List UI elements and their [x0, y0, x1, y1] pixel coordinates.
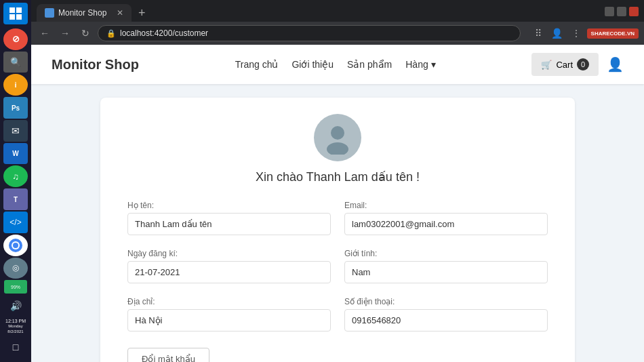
form-row-2: Ngày đăng kí: Giới tính: [127, 249, 548, 283]
so-dien-thoai-label: Số điện thoại: [344, 297, 548, 306]
battery-display: 99% [4, 280, 27, 294]
ho-ten-group: Họ tên: [127, 201, 331, 235]
taskbar-icon-3[interactable]: i [3, 74, 28, 96]
svg-point-7 [331, 126, 344, 140]
extensions-button[interactable]: ⠿ [530, 25, 546, 41]
taskbar-icon-extra[interactable]: ◎ [3, 258, 28, 279]
browser-actions: ⠿ 👤 ⋮ SHARECODE.VN [530, 25, 639, 41]
taskbar-icon-word[interactable]: W [3, 143, 28, 165]
nav-bar: Monitor Shop Trang chủ Giới thiệu Sản ph… [31, 45, 644, 84]
tab-bar: Monitor Shop ✕ + [31, 0, 644, 22]
form-row-3: Địa chỉ: Số điện thoại: [127, 297, 548, 331]
svg-point-6 [13, 243, 18, 248]
taskbar-icon-2[interactable]: 🔍 [3, 52, 28, 73]
taskbar-icon-teams[interactable]: T [3, 188, 28, 210]
forward-button[interactable]: → [57, 25, 73, 41]
nav-link-home[interactable]: Trang chủ [235, 59, 279, 70]
profile-card: Xin chào Thanh Lam dấu tên ! Họ tên: Ema… [100, 98, 575, 362]
so-dien-thoai-group: Số điện thoại: [344, 297, 548, 331]
windows-taskbar: ⊘ 🔍 i Ps ✉ W ♫ T </> ◎ 99% 🔊 12:13 [0, 0, 31, 362]
window-maximize[interactable] [617, 7, 626, 16]
browser-chrome: Monitor Shop ✕ + ← → ↻ 🔒 localhost:4200/… [31, 0, 644, 45]
notification-icon[interactable]: □ [4, 338, 27, 357]
taskbar-bottom: 99% 🔊 12:13 PM Monday 8/2/2021 □ [4, 280, 27, 359]
email-group: Email: [344, 201, 548, 235]
ho-ten-input[interactable] [127, 213, 331, 235]
tab-favicon [45, 8, 54, 18]
cart-button[interactable]: 🛒 Cart 0 [531, 53, 599, 76]
taskbar-icon-chrome[interactable] [3, 235, 28, 256]
svg-rect-2 [9, 14, 15, 20]
so-dien-thoai-input[interactable] [344, 309, 548, 331]
nav-link-about[interactable]: Giới thiệu [291, 59, 334, 70]
dia-chi-input[interactable] [127, 309, 331, 331]
cart-badge: 0 [577, 58, 589, 71]
avatar [314, 114, 361, 161]
profile-button[interactable]: 👤 [549, 25, 565, 41]
gioi-tinh-label: Giới tính: [344, 249, 548, 258]
email-label: Email: [344, 201, 548, 210]
url-text: localhost:4200/customer [120, 28, 208, 38]
windows-start-button[interactable] [3, 3, 28, 24]
tab-title: Monitor Shop [58, 8, 106, 18]
svg-rect-1 [16, 7, 22, 13]
lock-icon: 🔒 [106, 29, 116, 38]
ngay-dang-ki-group: Ngày đăng kí: [127, 249, 331, 283]
email-input[interactable] [344, 213, 548, 235]
change-password-button[interactable]: Đổi mật khẩu [127, 348, 209, 362]
page-content: Xin chào Thanh Lam dấu tên ! Họ tên: Ema… [31, 84, 644, 362]
browser-controls: ← → ↻ 🔒 localhost:4200/customer ⠿ 👤 ⋮ SH… [31, 22, 644, 45]
new-tab-button[interactable]: + [134, 7, 150, 19]
gioi-tinh-input[interactable] [344, 261, 548, 283]
svg-rect-0 [9, 7, 15, 13]
ho-ten-label: Họ tên: [127, 201, 331, 210]
svg-rect-3 [16, 14, 22, 20]
tab-close-button[interactable]: ✕ [117, 8, 123, 18]
welcome-text: Xin chào Thanh Lam dấu tên ! [127, 169, 548, 184]
change-password-section: Đổi mật khẩu [127, 345, 548, 362]
menu-button[interactable]: ⋮ [568, 25, 584, 41]
nav-actions: 🛒 Cart 0 👤 [531, 53, 624, 76]
active-tab[interactable]: Monitor Shop ✕ [37, 4, 132, 22]
nav-link-products[interactable]: Sản phẩm [347, 59, 392, 70]
taskbar-icon-vscode[interactable]: </> [3, 212, 28, 233]
nav-links: Trang chủ Giới thiệu Sản phẩm Hàng [235, 59, 436, 70]
avatar-section [127, 114, 548, 161]
sharecode-logo: SHARECODE.VN [587, 28, 639, 39]
dia-chi-label: Địa chỉ: [127, 297, 331, 306]
refresh-button[interactable]: ↻ [77, 25, 94, 41]
brand-name: Monitor Shop [52, 57, 139, 73]
nav-link-hang[interactable]: Hàng [405, 59, 435, 70]
ngay-dang-ki-label: Ngày đăng kí: [127, 249, 331, 258]
taskbar-icon-ps[interactable]: Ps [3, 97, 28, 119]
website-content: Monitor Shop Trang chủ Giới thiệu Sản ph… [31, 45, 644, 362]
form-row-1: Họ tên: Email: [127, 201, 548, 235]
window-minimize[interactable] [605, 7, 614, 16]
svg-point-8 [327, 142, 348, 155]
dia-chi-group: Địa chỉ: [127, 297, 331, 331]
time-display: 12:13 PM Monday 8/2/2021 [5, 318, 26, 335]
cart-icon: 🛒 [541, 60, 552, 70]
ngay-dang-ki-input[interactable] [127, 261, 331, 283]
taskbar-icon-spotify[interactable]: ♫ [3, 165, 28, 187]
taskbar-icon-1[interactable]: ⊘ [3, 28, 28, 50]
back-button[interactable]: ← [37, 25, 53, 41]
user-account-button[interactable]: 👤 [607, 56, 624, 73]
address-bar[interactable]: 🔒 localhost:4200/customer [98, 25, 521, 41]
main-area: Monitor Shop ✕ + ← → ↻ 🔒 localhost:4200/… [31, 0, 644, 362]
taskbar-icon-mail[interactable]: ✉ [3, 120, 28, 142]
gioi-tinh-group: Giới tính: [344, 249, 548, 283]
window-close[interactable] [629, 7, 639, 16]
volume-icon[interactable]: 🔊 [4, 296, 27, 315]
cart-label: Cart [556, 60, 573, 70]
